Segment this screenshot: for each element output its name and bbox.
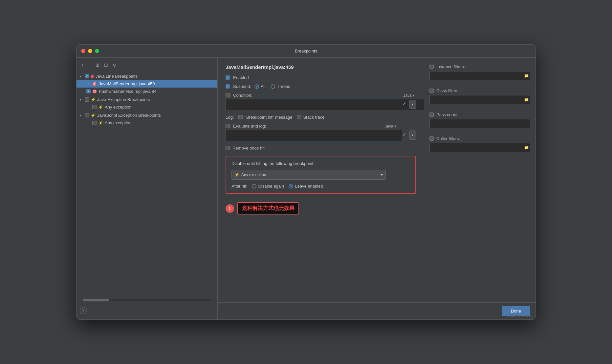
remove-button[interactable]: − xyxy=(87,62,92,68)
pushemail-label: PushEmailServiceImpl.java:84 xyxy=(99,89,157,94)
caller-filters-icon-button[interactable]: 📁 xyxy=(524,145,529,150)
sidebar-toolbar: + − ⊞ ⊡ ⊙ xyxy=(76,60,217,71)
log-stack-checkbox[interactable] xyxy=(297,115,301,119)
window-title: Breakpoints xyxy=(295,49,317,53)
main-panel: JavaMailSenderImpl.java:459 Enabled Susp… xyxy=(218,58,424,302)
caller-filters-input-row: 📁 xyxy=(429,143,530,152)
eval-lang-badge[interactable]: Java ▾ xyxy=(385,124,396,129)
radio-disable-again-circle xyxy=(252,184,256,189)
dropdown-text: ⚡ Any exception xyxy=(234,172,266,177)
remove-checkbox[interactable] xyxy=(226,146,230,150)
instance-filters-checkbox[interactable] xyxy=(429,65,434,69)
tree-section-java-exception: ▾ ⚡ Java Exception Breakpoints ⚡ Any exc… xyxy=(76,96,217,111)
condition-row: Condition: Java ▾ xyxy=(226,93,416,98)
log-message-option[interactable]: "Breakpoint hit" message xyxy=(238,115,292,120)
dropdown-arrow-icon: ▾ xyxy=(381,172,383,177)
add-button[interactable]: + xyxy=(80,62,85,68)
bottom-bar: Done CSDN @ideal-cs xyxy=(218,302,536,319)
radio-thread-circle xyxy=(271,84,275,89)
caller-filters-input[interactable] xyxy=(429,143,530,152)
instance-filters-input[interactable] xyxy=(429,71,530,80)
filter-button[interactable]: ⊡ xyxy=(103,62,109,68)
window-controls xyxy=(81,49,99,53)
eval-dropdown-button[interactable]: ▾ xyxy=(409,131,416,140)
caller-filters-checkbox[interactable] xyxy=(429,136,434,141)
checkbox-any-1[interactable] xyxy=(92,105,97,109)
annotation: 1 这种解决方式也无效果 xyxy=(226,202,299,214)
checkbox-java-line[interactable] xyxy=(85,74,89,78)
right-panel: Instance filters: 📁 Class filters: xyxy=(424,58,536,302)
class-filters-row: Class filters: xyxy=(429,88,530,93)
pass-count-input[interactable] xyxy=(429,119,530,128)
radio-leave-enabled[interactable]: Leave enabled xyxy=(289,184,323,189)
breakpoint-title: JavaMailSenderImpl.java:459 xyxy=(226,64,416,70)
horizontal-scrollbar[interactable] xyxy=(83,299,211,301)
class-filters-icon-button[interactable]: 📁 xyxy=(524,97,529,102)
help-button[interactable]: ? xyxy=(80,307,87,314)
eval-checkbox[interactable] xyxy=(226,124,230,128)
radio-thread[interactable]: Thread xyxy=(271,84,290,89)
checkbox-any-2[interactable] xyxy=(92,121,97,125)
radio-leave-enabled-circle xyxy=(289,184,293,189)
after-hit-row: After hit: Disable again Leave enabled xyxy=(231,184,410,189)
tree-item-any-exception-2[interactable]: ⚡ Any exception xyxy=(76,119,217,127)
expand-condition-button[interactable]: ⤢ xyxy=(401,100,407,107)
instance-filters-icon-button[interactable]: 📁 xyxy=(524,73,529,78)
checkbox-js-exception[interactable] xyxy=(85,113,89,117)
radio-all[interactable]: All xyxy=(254,84,265,89)
condition-lang-badge[interactable]: Java ▾ xyxy=(403,93,415,98)
minimize-button[interactable] xyxy=(88,49,92,53)
tree-item-pushemail[interactable]: 🎯 PushEmailServiceImpl.java:84 xyxy=(76,88,217,95)
exception-dropdown[interactable]: ⚡ Any exception ▾ xyxy=(231,170,386,180)
radio-disable-again-label: Disable again xyxy=(258,184,284,189)
caller-filters-row: Caller filters: xyxy=(429,136,530,141)
expand-eval-button[interactable]: ⤢ xyxy=(401,131,407,138)
class-filters-group: Class filters: 📁 xyxy=(429,88,530,104)
close-button[interactable] xyxy=(81,49,85,53)
tree-item-any-exception-1[interactable]: ⚡ Any exception xyxy=(76,103,217,111)
tree-item-javamail[interactable]: 🎯 JavaMailSenderImpl.java:459 xyxy=(76,80,217,88)
sidebar: + − ⊞ ⊡ ⊙ ▾ Java Line Breakpoints xyxy=(76,58,218,319)
window: Breakpoints + − ⊞ ⊡ ⊙ ▾ Java Line Break xyxy=(76,44,536,320)
maximize-button[interactable] xyxy=(95,49,99,53)
lightning-icon-3: ⚡ xyxy=(91,113,96,118)
checkbox-javamail[interactable] xyxy=(86,82,91,86)
condition-dropdown-button[interactable]: ▾ xyxy=(409,100,416,109)
camera-button[interactable]: ⊙ xyxy=(111,62,118,68)
caller-filters-label: Caller filters: xyxy=(436,136,460,141)
log-stack-option[interactable]: Stack trace xyxy=(297,115,324,120)
javamail-label: JavaMailSenderImpl.java:459 xyxy=(99,81,155,86)
condition-checkbox[interactable] xyxy=(226,93,230,97)
condition-label: Condition: xyxy=(233,93,252,98)
eval-input-wrapper: ⤢ ▾ xyxy=(226,130,416,141)
chevron-icon-2: ▾ xyxy=(80,98,83,101)
radio-disable-again[interactable]: Disable again xyxy=(252,184,284,189)
bookmark-icon-2: 🎯 xyxy=(92,89,97,94)
class-filters-input[interactable] xyxy=(429,95,530,104)
class-filters-checkbox[interactable] xyxy=(429,89,434,93)
any-exception-2-label: Any exception xyxy=(105,120,132,125)
select-row: ⚡ Any exception ▾ xyxy=(231,170,410,180)
tree-header-java-line[interactable]: ▾ Java Line Breakpoints xyxy=(76,72,217,80)
log-message-label: "Breakpoint hit" message xyxy=(245,115,292,120)
log-message-checkbox[interactable] xyxy=(238,115,243,119)
tree-header-java-exception[interactable]: ▾ ⚡ Java Exception Breakpoints xyxy=(76,96,217,103)
tree-header-js-exception[interactable]: ▾ ⚡ JavaScript Exception Breakpoints xyxy=(76,111,217,119)
instance-filters-input-row: 📁 xyxy=(429,71,530,80)
remove-row: Remove once hit xyxy=(226,146,416,151)
disable-until-title: Disable until hitting the following brea… xyxy=(231,161,410,166)
pass-count-row: Pass count: xyxy=(429,112,530,117)
eval-row: Evaluate and log: Java ▾ xyxy=(226,124,416,129)
suspend-checkbox[interactable] xyxy=(226,84,230,89)
eval-input[interactable] xyxy=(226,130,403,141)
checkbox-java-exception[interactable] xyxy=(85,97,89,102)
class-filters-label: Class filters: xyxy=(436,88,460,93)
condition-input[interactable] xyxy=(226,99,424,110)
enabled-checkbox[interactable] xyxy=(226,75,230,80)
pass-count-input-row xyxy=(429,119,530,128)
pass-count-checkbox[interactable] xyxy=(429,112,434,117)
suspend-radio-group: All Thread xyxy=(254,84,291,89)
checkbox-pushemail[interactable] xyxy=(86,89,91,93)
group-button[interactable]: ⊞ xyxy=(94,62,101,68)
js-exception-label: JavaScript Exception Breakpoints xyxy=(97,113,161,118)
